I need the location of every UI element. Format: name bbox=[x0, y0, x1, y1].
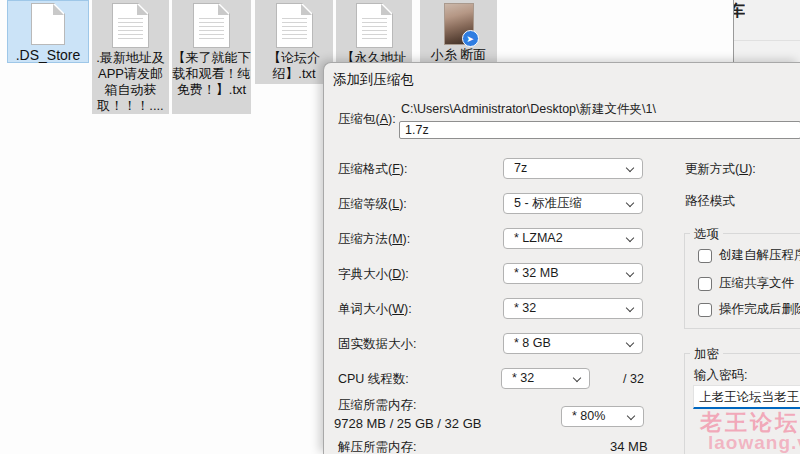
archive-name-input[interactable]: 1.7z bbox=[399, 121, 800, 139]
text-file-icon bbox=[193, 3, 230, 48]
background-window-line bbox=[734, 40, 800, 41]
icon-label: 【论坛介绍】.txt bbox=[255, 50, 333, 82]
checkbox-delete-after[interactable]: 操作完成后删除源 bbox=[698, 301, 800, 318]
add-to-archive-dialog: 添加到压缩包 压缩包(A): C:\Users\Administrator\De… bbox=[323, 62, 800, 454]
checkbox-create-sfx[interactable]: 创建自解压程序(X bbox=[698, 247, 800, 264]
text-file-icon bbox=[112, 3, 149, 48]
desktop-icon-file3[interactable]: 【来了就能下载和观看！纯免费！】.txt bbox=[172, 0, 251, 114]
options-group-label: 选项 bbox=[690, 226, 723, 243]
image-thumbnail: ➤ bbox=[444, 3, 474, 45]
cpu-threads-dropdown[interactable]: * 32 bbox=[501, 368, 590, 389]
path-mode-label: 路径模式 bbox=[685, 193, 735, 210]
cpu-threads-label: CPU 线程数: bbox=[338, 371, 409, 388]
chevron-down-icon bbox=[626, 164, 634, 172]
format-dropdown[interactable]: 7z bbox=[503, 158, 643, 179]
icon-label: .DS_Store bbox=[7, 47, 89, 63]
chevron-down-icon bbox=[573, 374, 581, 382]
desktop-icon-image[interactable]: ➤ 小糸 断面 bbox=[420, 0, 497, 63]
decompress-memory-label: 解压所需内存: bbox=[338, 439, 416, 454]
chevron-down-icon bbox=[626, 199, 634, 207]
dictionary-dropdown[interactable]: * 32 MB bbox=[503, 263, 643, 284]
checkbox-icon[interactable] bbox=[698, 303, 712, 317]
password-label: 输入密码: bbox=[694, 367, 747, 384]
cpu-threads-max: / 32 bbox=[623, 372, 644, 386]
chevron-down-icon bbox=[626, 269, 634, 277]
solid-block-label: 固实数据大小: bbox=[338, 336, 416, 353]
desktop-icon-dsstore[interactable]: .DS_Store bbox=[7, 0, 89, 63]
checkbox-icon[interactable] bbox=[698, 277, 712, 291]
media-play-badge-icon: ➤ bbox=[462, 30, 479, 47]
icon-label: 小糸 断面 bbox=[420, 47, 497, 63]
format-label: 压缩格式(F): bbox=[338, 161, 407, 178]
memory-percent-dropdown[interactable]: * 80% bbox=[561, 406, 644, 427]
text-file-icon bbox=[356, 3, 393, 48]
method-dropdown[interactable]: * LZMA2 bbox=[503, 228, 643, 249]
chevron-down-icon bbox=[626, 234, 634, 242]
archive-path: C:\Users\Administrator\Desktop\新建文件夹\1\ bbox=[401, 101, 656, 118]
solid-block-dropdown[interactable]: * 8 GB bbox=[503, 333, 643, 354]
compress-memory-values: 9728 MB / 25 GB / 32 GB bbox=[334, 416, 481, 431]
checkbox-icon[interactable] bbox=[698, 249, 712, 263]
method-label: 压缩方法(M): bbox=[338, 231, 410, 248]
level-dropdown[interactable]: 5 - 标准压缩 bbox=[503, 193, 643, 214]
checkbox-compress-shared[interactable]: 压缩共享文件 bbox=[698, 275, 794, 292]
update-mode-label: 更新方式(U): bbox=[685, 161, 756, 178]
chevron-down-icon bbox=[626, 304, 634, 312]
compress-memory-label: 压缩所需内存: bbox=[338, 397, 416, 414]
archive-label: 压缩包(A): bbox=[338, 111, 396, 128]
chevron-down-icon bbox=[626, 339, 634, 347]
encryption-group-label: 加密 bbox=[690, 346, 723, 363]
clipped-text-fragment: 车 bbox=[734, 1, 745, 21]
decompress-memory-value: 34 MB bbox=[610, 439, 648, 454]
icon-label: .最新地址及APP请发邮箱自动获取！！！.... bbox=[92, 50, 169, 114]
word-size-dropdown[interactable]: * 32 bbox=[503, 298, 643, 319]
level-label: 压缩等级(L): bbox=[338, 196, 407, 213]
text-file-icon bbox=[276, 3, 313, 48]
desktop-icon-file4[interactable]: 【论坛介绍】.txt bbox=[255, 0, 333, 84]
chevron-down-icon bbox=[627, 412, 635, 420]
file-icon bbox=[31, 3, 65, 45]
icon-label: 【来了就能下载和观看！纯免费！】.txt bbox=[172, 50, 251, 98]
dictionary-label: 字典大小(D): bbox=[338, 266, 409, 283]
desktop-icon-file2[interactable]: .最新地址及APP请发邮箱自动获取！！！.... bbox=[92, 0, 169, 114]
password-input[interactable]: 上老王论坛当老王 bbox=[693, 385, 800, 409]
dialog-title: 添加到压缩包 bbox=[333, 71, 414, 89]
word-size-label: 单词大小(W): bbox=[338, 301, 412, 318]
